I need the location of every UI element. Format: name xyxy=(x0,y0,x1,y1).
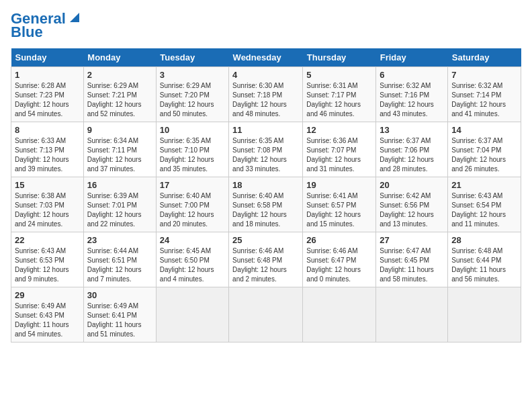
day-number: 4 xyxy=(232,70,299,80)
day-cell: 18 Sunrise: 6:40 AMSunset: 6:58 PMDaylig… xyxy=(229,177,303,232)
day-cell: 22 Sunrise: 6:43 AMSunset: 6:53 PMDaylig… xyxy=(11,232,84,287)
day-cell xyxy=(448,287,521,342)
logo-blue: Blue xyxy=(11,24,43,40)
day-cell: 15 Sunrise: 6:38 AMSunset: 7:03 PMDaylig… xyxy=(11,177,84,232)
day-info: Sunrise: 6:38 AMSunset: 7:03 PMDaylight:… xyxy=(15,192,69,228)
day-number: 22 xyxy=(15,235,80,245)
logo-arrow-icon xyxy=(67,10,82,25)
day-info: Sunrise: 6:32 AMSunset: 7:14 PMDaylight:… xyxy=(451,82,506,118)
day-number: 24 xyxy=(160,235,225,245)
day-cell: 6 Sunrise: 6:32 AMSunset: 7:16 PMDayligh… xyxy=(376,67,448,122)
day-number: 13 xyxy=(380,125,444,135)
col-header-tuesday: Tuesday xyxy=(156,48,228,67)
col-header-monday: Monday xyxy=(83,48,156,67)
day-info: Sunrise: 6:39 AMSunset: 7:01 PMDaylight:… xyxy=(87,192,142,228)
week-row-4: 22 Sunrise: 6:43 AMSunset: 6:53 PMDaylig… xyxy=(11,232,521,287)
day-cell: 12 Sunrise: 6:36 AMSunset: 7:07 PMDaylig… xyxy=(303,122,376,177)
day-number: 1 xyxy=(15,70,80,80)
day-info: Sunrise: 6:33 AMSunset: 7:13 PMDaylight:… xyxy=(15,137,69,173)
day-info: Sunrise: 6:37 AMSunset: 7:04 PMDaylight:… xyxy=(451,137,506,173)
calendar-table: SundayMondayTuesdayWednesdayThursdayFrid… xyxy=(11,48,521,342)
day-cell xyxy=(376,287,448,342)
day-cell xyxy=(229,287,303,342)
col-header-thursday: Thursday xyxy=(303,48,376,67)
day-info: Sunrise: 6:36 AMSunset: 7:07 PMDaylight:… xyxy=(306,137,361,173)
day-number: 30 xyxy=(87,290,152,300)
week-row-2: 8 Sunrise: 6:33 AMSunset: 7:13 PMDayligh… xyxy=(11,122,521,177)
day-info: Sunrise: 6:32 AMSunset: 7:16 PMDaylight:… xyxy=(380,82,434,118)
day-info: Sunrise: 6:47 AMSunset: 6:45 PMDaylight:… xyxy=(380,247,434,283)
day-cell: 23 Sunrise: 6:44 AMSunset: 6:51 PMDaylig… xyxy=(83,232,156,287)
day-cell: 16 Sunrise: 6:39 AMSunset: 7:01 PMDaylig… xyxy=(83,177,156,232)
day-info: Sunrise: 6:43 AMSunset: 6:53 PMDaylight:… xyxy=(15,247,69,283)
day-cell: 3 Sunrise: 6:29 AMSunset: 7:20 PMDayligh… xyxy=(156,67,228,122)
day-number: 26 xyxy=(306,235,372,245)
day-info: Sunrise: 6:49 AMSunset: 6:43 PMDaylight:… xyxy=(15,302,69,338)
day-number: 17 xyxy=(160,180,225,190)
day-cell: 9 Sunrise: 6:34 AMSunset: 7:11 PMDayligh… xyxy=(83,122,156,177)
day-cell: 19 Sunrise: 6:41 AMSunset: 6:57 PMDaylig… xyxy=(303,177,376,232)
day-cell: 1 Sunrise: 6:28 AMSunset: 7:23 PMDayligh… xyxy=(11,67,84,122)
day-info: Sunrise: 6:40 AMSunset: 6:58 PMDaylight:… xyxy=(232,192,287,228)
col-header-friday: Friday xyxy=(376,48,448,67)
day-cell: 30 Sunrise: 6:49 AMSunset: 6:41 PMDaylig… xyxy=(83,287,156,342)
col-header-wednesday: Wednesday xyxy=(229,48,303,67)
day-number: 19 xyxy=(306,180,372,190)
week-row-1: 1 Sunrise: 6:28 AMSunset: 7:23 PMDayligh… xyxy=(11,67,521,122)
day-cell: 11 Sunrise: 6:35 AMSunset: 7:08 PMDaylig… xyxy=(229,122,303,177)
day-number: 21 xyxy=(451,180,517,190)
day-cell: 10 Sunrise: 6:35 AMSunset: 7:10 PMDaylig… xyxy=(156,122,228,177)
day-info: Sunrise: 6:30 AMSunset: 7:18 PMDaylight:… xyxy=(232,82,287,118)
day-number: 11 xyxy=(232,125,299,135)
day-cell: 26 Sunrise: 6:46 AMSunset: 6:47 PMDaylig… xyxy=(303,232,376,287)
day-info: Sunrise: 6:45 AMSunset: 6:50 PMDaylight:… xyxy=(160,247,214,283)
day-cell: 8 Sunrise: 6:33 AMSunset: 7:13 PMDayligh… xyxy=(11,122,84,177)
day-cell: 13 Sunrise: 6:37 AMSunset: 7:06 PMDaylig… xyxy=(376,122,448,177)
day-cell xyxy=(303,287,376,342)
day-number: 23 xyxy=(87,235,152,245)
day-number: 5 xyxy=(306,70,372,80)
day-info: Sunrise: 6:41 AMSunset: 6:57 PMDaylight:… xyxy=(306,192,361,228)
week-row-3: 15 Sunrise: 6:38 AMSunset: 7:03 PMDaylig… xyxy=(11,177,521,232)
day-number: 27 xyxy=(380,235,444,245)
day-number: 6 xyxy=(380,70,444,80)
day-number: 3 xyxy=(160,70,225,80)
day-number: 20 xyxy=(380,180,444,190)
day-number: 18 xyxy=(232,180,299,190)
col-header-sunday: Sunday xyxy=(11,48,84,67)
day-info: Sunrise: 6:43 AMSunset: 6:54 PMDaylight:… xyxy=(451,192,506,228)
day-info: Sunrise: 6:37 AMSunset: 7:06 PMDaylight:… xyxy=(380,137,434,173)
day-cell: 20 Sunrise: 6:42 AMSunset: 6:56 PMDaylig… xyxy=(376,177,448,232)
day-info: Sunrise: 6:44 AMSunset: 6:51 PMDaylight:… xyxy=(87,247,142,283)
day-info: Sunrise: 6:49 AMSunset: 6:41 PMDaylight:… xyxy=(87,302,142,338)
day-info: Sunrise: 6:28 AMSunset: 7:23 PMDaylight:… xyxy=(15,82,69,118)
day-cell: 4 Sunrise: 6:30 AMSunset: 7:18 PMDayligh… xyxy=(229,67,303,122)
day-cell: 29 Sunrise: 6:49 AMSunset: 6:43 PMDaylig… xyxy=(11,287,84,342)
day-info: Sunrise: 6:31 AMSunset: 7:17 PMDaylight:… xyxy=(306,82,361,118)
col-header-saturday: Saturday xyxy=(448,48,521,67)
day-number: 7 xyxy=(451,70,517,80)
day-number: 16 xyxy=(87,180,152,190)
day-info: Sunrise: 6:34 AMSunset: 7:11 PMDaylight:… xyxy=(87,137,142,173)
day-cell: 17 Sunrise: 6:40 AMSunset: 7:00 PMDaylig… xyxy=(156,177,228,232)
day-number: 2 xyxy=(87,70,152,80)
svg-marker-0 xyxy=(70,13,79,22)
page-header: General Blue xyxy=(11,11,521,40)
day-cell: 2 Sunrise: 6:29 AMSunset: 7:21 PMDayligh… xyxy=(83,67,156,122)
day-number: 25 xyxy=(232,235,299,245)
day-info: Sunrise: 6:48 AMSunset: 6:44 PMDaylight:… xyxy=(451,247,506,283)
day-info: Sunrise: 6:35 AMSunset: 7:10 PMDaylight:… xyxy=(160,137,214,173)
day-number: 8 xyxy=(15,125,80,135)
day-info: Sunrise: 6:42 AMSunset: 6:56 PMDaylight:… xyxy=(380,192,434,228)
day-number: 14 xyxy=(451,125,517,135)
day-cell: 24 Sunrise: 6:45 AMSunset: 6:50 PMDaylig… xyxy=(156,232,228,287)
day-cell xyxy=(156,287,228,342)
day-cell: 7 Sunrise: 6:32 AMSunset: 7:14 PMDayligh… xyxy=(448,67,521,122)
day-cell: 21 Sunrise: 6:43 AMSunset: 6:54 PMDaylig… xyxy=(448,177,521,232)
day-number: 15 xyxy=(15,180,80,190)
day-info: Sunrise: 6:35 AMSunset: 7:08 PMDaylight:… xyxy=(232,137,287,173)
logo: General Blue xyxy=(11,11,82,40)
day-cell: 28 Sunrise: 6:48 AMSunset: 6:44 PMDaylig… xyxy=(448,232,521,287)
day-cell: 5 Sunrise: 6:31 AMSunset: 7:17 PMDayligh… xyxy=(303,67,376,122)
day-number: 9 xyxy=(87,125,152,135)
